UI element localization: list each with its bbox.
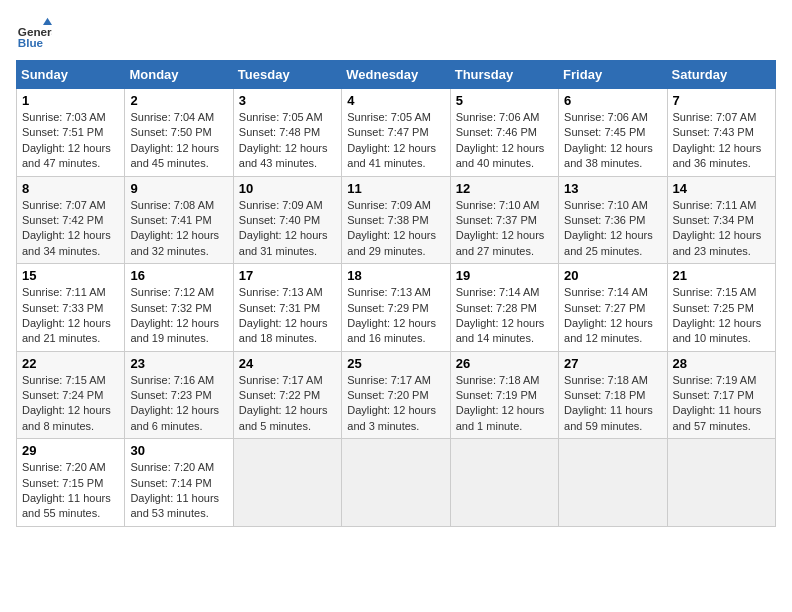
calendar-cell: 16 Sunrise: 7:12 AM Sunset: 7:32 PM Dayl… bbox=[125, 264, 233, 352]
calendar-body: 1 Sunrise: 7:03 AM Sunset: 7:51 PM Dayli… bbox=[17, 89, 776, 527]
calendar-cell: 21 Sunrise: 7:15 AM Sunset: 7:25 PM Dayl… bbox=[667, 264, 775, 352]
sunset-label: Sunset: 7:31 PM bbox=[239, 302, 320, 314]
sunset-label: Sunset: 7:27 PM bbox=[564, 302, 645, 314]
sunrise-label: Sunrise: 7:05 AM bbox=[347, 111, 431, 123]
cell-content: Sunrise: 7:18 AM Sunset: 7:18 PM Dayligh… bbox=[564, 373, 661, 435]
daylight-label: Daylight: 12 hours and 23 minutes. bbox=[673, 229, 762, 256]
header-day-saturday: Saturday bbox=[667, 61, 775, 89]
cell-content: Sunrise: 7:07 AM Sunset: 7:42 PM Dayligh… bbox=[22, 198, 119, 260]
sunset-label: Sunset: 7:20 PM bbox=[347, 389, 428, 401]
sunset-label: Sunset: 7:37 PM bbox=[456, 214, 537, 226]
daylight-label: Daylight: 12 hours and 12 minutes. bbox=[564, 317, 653, 344]
sunrise-label: Sunrise: 7:10 AM bbox=[564, 199, 648, 211]
cell-content: Sunrise: 7:17 AM Sunset: 7:22 PM Dayligh… bbox=[239, 373, 336, 435]
sunset-label: Sunset: 7:24 PM bbox=[22, 389, 103, 401]
day-number: 18 bbox=[347, 268, 444, 283]
calendar-header: SundayMondayTuesdayWednesdayThursdayFrid… bbox=[17, 61, 776, 89]
cell-content: Sunrise: 7:17 AM Sunset: 7:20 PM Dayligh… bbox=[347, 373, 444, 435]
sunset-label: Sunset: 7:45 PM bbox=[564, 126, 645, 138]
day-number: 27 bbox=[564, 356, 661, 371]
day-number: 30 bbox=[130, 443, 227, 458]
sunrise-label: Sunrise: 7:05 AM bbox=[239, 111, 323, 123]
daylight-label: Daylight: 12 hours and 36 minutes. bbox=[673, 142, 762, 169]
sunset-label: Sunset: 7:43 PM bbox=[673, 126, 754, 138]
sunset-label: Sunset: 7:48 PM bbox=[239, 126, 320, 138]
day-number: 6 bbox=[564, 93, 661, 108]
sunset-label: Sunset: 7:46 PM bbox=[456, 126, 537, 138]
cell-content: Sunrise: 7:13 AM Sunset: 7:29 PM Dayligh… bbox=[347, 285, 444, 347]
logo-icon: General Blue bbox=[16, 16, 52, 52]
calendar-cell: 2 Sunrise: 7:04 AM Sunset: 7:50 PM Dayli… bbox=[125, 89, 233, 177]
day-number: 20 bbox=[564, 268, 661, 283]
cell-content: Sunrise: 7:06 AM Sunset: 7:45 PM Dayligh… bbox=[564, 110, 661, 172]
calendar-cell: 8 Sunrise: 7:07 AM Sunset: 7:42 PM Dayli… bbox=[17, 176, 125, 264]
calendar-cell: 5 Sunrise: 7:06 AM Sunset: 7:46 PM Dayli… bbox=[450, 89, 558, 177]
calendar-cell: 4 Sunrise: 7:05 AM Sunset: 7:47 PM Dayli… bbox=[342, 89, 450, 177]
logo: General Blue bbox=[16, 16, 52, 52]
day-number: 23 bbox=[130, 356, 227, 371]
daylight-label: Daylight: 12 hours and 18 minutes. bbox=[239, 317, 328, 344]
cell-content: Sunrise: 7:04 AM Sunset: 7:50 PM Dayligh… bbox=[130, 110, 227, 172]
day-number: 1 bbox=[22, 93, 119, 108]
cell-content: Sunrise: 7:15 AM Sunset: 7:25 PM Dayligh… bbox=[673, 285, 770, 347]
calendar-cell: 14 Sunrise: 7:11 AM Sunset: 7:34 PM Dayl… bbox=[667, 176, 775, 264]
sunset-label: Sunset: 7:36 PM bbox=[564, 214, 645, 226]
daylight-label: Daylight: 12 hours and 40 minutes. bbox=[456, 142, 545, 169]
cell-content: Sunrise: 7:14 AM Sunset: 7:28 PM Dayligh… bbox=[456, 285, 553, 347]
daylight-label: Daylight: 12 hours and 27 minutes. bbox=[456, 229, 545, 256]
calendar-cell: 29 Sunrise: 7:20 AM Sunset: 7:15 PM Dayl… bbox=[17, 439, 125, 527]
calendar-cell: 19 Sunrise: 7:14 AM Sunset: 7:28 PM Dayl… bbox=[450, 264, 558, 352]
day-number: 14 bbox=[673, 181, 770, 196]
sunset-label: Sunset: 7:22 PM bbox=[239, 389, 320, 401]
calendar-cell: 22 Sunrise: 7:15 AM Sunset: 7:24 PM Dayl… bbox=[17, 351, 125, 439]
day-number: 10 bbox=[239, 181, 336, 196]
calendar-week-4: 22 Sunrise: 7:15 AM Sunset: 7:24 PM Dayl… bbox=[17, 351, 776, 439]
header-day-sunday: Sunday bbox=[17, 61, 125, 89]
calendar-cell: 3 Sunrise: 7:05 AM Sunset: 7:48 PM Dayli… bbox=[233, 89, 341, 177]
calendar-cell: 25 Sunrise: 7:17 AM Sunset: 7:20 PM Dayl… bbox=[342, 351, 450, 439]
calendar-week-2: 8 Sunrise: 7:07 AM Sunset: 7:42 PM Dayli… bbox=[17, 176, 776, 264]
sunset-label: Sunset: 7:42 PM bbox=[22, 214, 103, 226]
day-number: 13 bbox=[564, 181, 661, 196]
header-row: SundayMondayTuesdayWednesdayThursdayFrid… bbox=[17, 61, 776, 89]
sunset-label: Sunset: 7:23 PM bbox=[130, 389, 211, 401]
calendar-cell bbox=[559, 439, 667, 527]
sunrise-label: Sunrise: 7:17 AM bbox=[347, 374, 431, 386]
sunset-label: Sunset: 7:29 PM bbox=[347, 302, 428, 314]
calendar-cell: 6 Sunrise: 7:06 AM Sunset: 7:45 PM Dayli… bbox=[559, 89, 667, 177]
sunrise-label: Sunrise: 7:17 AM bbox=[239, 374, 323, 386]
day-number: 5 bbox=[456, 93, 553, 108]
sunrise-label: Sunrise: 7:16 AM bbox=[130, 374, 214, 386]
sunrise-label: Sunrise: 7:20 AM bbox=[22, 461, 106, 473]
daylight-label: Daylight: 11 hours and 59 minutes. bbox=[564, 404, 653, 431]
sunset-label: Sunset: 7:32 PM bbox=[130, 302, 211, 314]
calendar-cell: 24 Sunrise: 7:17 AM Sunset: 7:22 PM Dayl… bbox=[233, 351, 341, 439]
header-day-thursday: Thursday bbox=[450, 61, 558, 89]
day-number: 29 bbox=[22, 443, 119, 458]
sunset-label: Sunset: 7:40 PM bbox=[239, 214, 320, 226]
sunrise-label: Sunrise: 7:06 AM bbox=[564, 111, 648, 123]
sunrise-label: Sunrise: 7:09 AM bbox=[347, 199, 431, 211]
daylight-label: Daylight: 12 hours and 38 minutes. bbox=[564, 142, 653, 169]
calendar-cell: 27 Sunrise: 7:18 AM Sunset: 7:18 PM Dayl… bbox=[559, 351, 667, 439]
day-number: 22 bbox=[22, 356, 119, 371]
cell-content: Sunrise: 7:13 AM Sunset: 7:31 PM Dayligh… bbox=[239, 285, 336, 347]
cell-content: Sunrise: 7:12 AM Sunset: 7:32 PM Dayligh… bbox=[130, 285, 227, 347]
daylight-label: Daylight: 12 hours and 29 minutes. bbox=[347, 229, 436, 256]
calendar-cell bbox=[667, 439, 775, 527]
sunset-label: Sunset: 7:18 PM bbox=[564, 389, 645, 401]
day-number: 8 bbox=[22, 181, 119, 196]
calendar-cell: 18 Sunrise: 7:13 AM Sunset: 7:29 PM Dayl… bbox=[342, 264, 450, 352]
cell-content: Sunrise: 7:11 AM Sunset: 7:33 PM Dayligh… bbox=[22, 285, 119, 347]
sunrise-label: Sunrise: 7:04 AM bbox=[130, 111, 214, 123]
sunset-label: Sunset: 7:38 PM bbox=[347, 214, 428, 226]
day-number: 16 bbox=[130, 268, 227, 283]
day-number: 3 bbox=[239, 93, 336, 108]
calendar-week-3: 15 Sunrise: 7:11 AM Sunset: 7:33 PM Dayl… bbox=[17, 264, 776, 352]
daylight-label: Daylight: 12 hours and 43 minutes. bbox=[239, 142, 328, 169]
day-number: 4 bbox=[347, 93, 444, 108]
daylight-label: Daylight: 12 hours and 6 minutes. bbox=[130, 404, 219, 431]
sunrise-label: Sunrise: 7:07 AM bbox=[673, 111, 757, 123]
sunrise-label: Sunrise: 7:06 AM bbox=[456, 111, 540, 123]
day-number: 15 bbox=[22, 268, 119, 283]
